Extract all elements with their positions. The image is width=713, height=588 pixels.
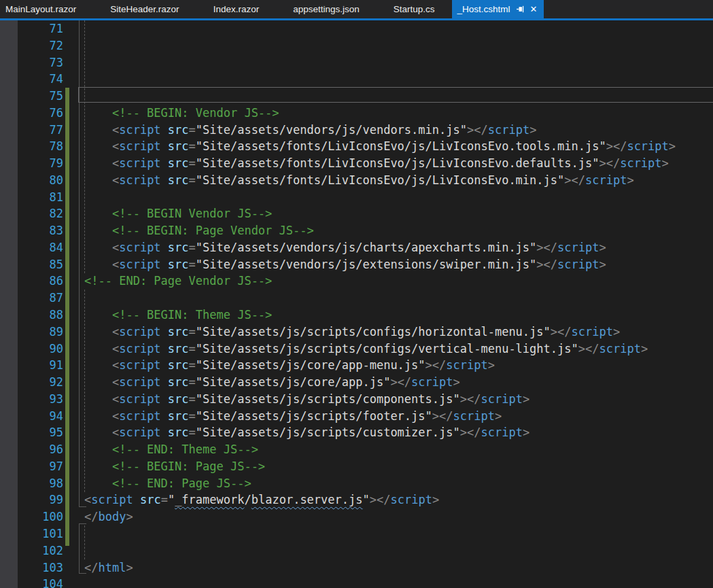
code-text: </html>: [84, 559, 133, 576]
tab-bar: MainLayout.razorSiteHeader.razorIndex.ra…: [0, 0, 713, 20]
code-text: <!-- BEGIN: Vendor JS-->: [84, 105, 279, 122]
code-line[interactable]: 101: [0, 525, 713, 542]
close-icon[interactable]: ✕: [530, 5, 538, 14]
code-line[interactable]: 104: [0, 576, 713, 588]
code-line[interactable]: 91 <script src="Site/assets/js/core/app-…: [0, 357, 713, 374]
code-rows: 717273747576 <!-- BEGIN: Vendor JS-->77 …: [0, 20, 713, 588]
line-number[interactable]: 92: [18, 374, 63, 391]
code-line[interactable]: 77 <script src="Site/assets/vendors/js/v…: [0, 122, 713, 139]
line-number[interactable]: 95: [18, 424, 63, 441]
code-line[interactable]: 78 <script src="Site/assets/fonts/LivIco…: [0, 138, 713, 155]
code-text: <!-- END: Page Vendor JS-->: [84, 273, 272, 290]
line-number[interactable]: 71: [18, 20, 63, 37]
code-line[interactable]: 80 <script src="Site/assets/fonts/LivIco…: [0, 172, 713, 189]
code-text: <script src="Site/assets/fonts/LivIconsE…: [84, 155, 669, 172]
code-line[interactable]: 93 <script src="Site/assets/js/scripts/c…: [0, 391, 713, 408]
code-line[interactable]: 75: [0, 88, 713, 105]
code-line[interactable]: 97 <!-- BEGIN: Page JS-->: [0, 458, 713, 475]
code-line[interactable]: 86<!-- END: Page Vendor JS-->: [0, 273, 713, 290]
tab-appsettings.json[interactable]: appsettings.json: [276, 0, 377, 18]
code-text: <!-- BEGIN: Page Vendor JS-->: [84, 222, 314, 239]
line-number[interactable]: 88: [18, 307, 63, 324]
code-line[interactable]: 96 <!-- END: Theme JS-->: [0, 441, 713, 458]
line-number[interactable]: 96: [18, 441, 63, 458]
code-text: <script src="Site/assets/vendors/js/vend…: [84, 122, 536, 139]
line-number[interactable]: 84: [18, 239, 63, 256]
line-number[interactable]: 83: [18, 222, 63, 239]
code-line[interactable]: 85 <script src="Site/assets/vendors/js/e…: [0, 256, 713, 273]
tab-Index.razor[interactable]: Index.razor: [196, 0, 277, 18]
line-number[interactable]: 97: [18, 458, 63, 475]
code-line[interactable]: 90 <script src="Site/assets/js/scripts/c…: [0, 341, 713, 358]
line-number[interactable]: 104: [18, 576, 63, 588]
code-text: <script src="Site/assets/fonts/LivIconsE…: [84, 172, 634, 189]
editor[interactable]: 717273747576 <!-- BEGIN: Vendor JS-->77 …: [0, 20, 713, 588]
code-line[interactable]: 100</body>: [0, 508, 713, 525]
code-line[interactable]: 84 <script src="Site/assets/vendors/js/c…: [0, 239, 713, 256]
code-text: <script src="_framework/blazor.server.js…: [84, 491, 439, 508]
tab-label: _Host.cshtml: [457, 4, 510, 14]
code-line[interactable]: 89 <script src="Site/assets/js/scripts/c…: [0, 324, 713, 341]
code-text: <script src="Site/assets/fonts/LivIconsE…: [84, 138, 676, 155]
line-number[interactable]: 80: [18, 172, 63, 189]
code-line[interactable]: 82 <!-- BEGIN Vendor JS-->: [0, 205, 713, 222]
code-line[interactable]: 73: [0, 54, 713, 71]
line-number[interactable]: 86: [18, 273, 63, 290]
code-text: <script src="Site/assets/vendors/js/exte…: [84, 256, 606, 273]
code-line[interactable]: 72: [0, 37, 713, 54]
code-line[interactable]: 76 <!-- BEGIN: Vendor JS-->: [0, 105, 713, 122]
code-line[interactable]: 92 <script src="Site/assets/js/core/app.…: [0, 374, 713, 391]
code-line[interactable]: 98 <!-- END: Page JS-->: [0, 475, 713, 492]
code-text: <!-- END: Page JS-->: [84, 475, 251, 492]
code-line[interactable]: 83 <!-- BEGIN: Page Vendor JS-->: [0, 222, 713, 239]
tab-_Host.cshtml[interactable]: _Host.cshtml✕: [452, 0, 544, 18]
code-text: <!-- END: Theme JS-->: [84, 441, 258, 458]
code-line[interactable]: 74: [0, 71, 713, 88]
code-line[interactable]: 95 <script src="Site/assets/js/scripts/c…: [0, 424, 713, 441]
line-number[interactable]: 77: [18, 122, 63, 139]
line-number[interactable]: 89: [18, 324, 63, 341]
code-line[interactable]: 99<script src="_framework/blazor.server.…: [0, 491, 713, 508]
line-number[interactable]: 102: [18, 542, 63, 559]
line-number[interactable]: 87: [18, 290, 63, 307]
line-number[interactable]: 93: [18, 391, 63, 408]
line-number[interactable]: 91: [18, 357, 63, 374]
code-line[interactable]: 102: [0, 542, 713, 559]
line-number[interactable]: 99: [18, 491, 63, 508]
tab-label: Index.razor: [213, 4, 260, 14]
code-text: <script src="Site/assets/js/scripts/conf…: [84, 341, 648, 358]
code-line[interactable]: 81: [0, 189, 713, 206]
code-text: <script src="Site/assets/vendors/js/char…: [84, 239, 606, 256]
line-number[interactable]: 82: [18, 205, 63, 222]
line-number[interactable]: 101: [18, 525, 63, 542]
code-line[interactable]: 94 <script src="Site/assets/js/scripts/f…: [0, 408, 713, 425]
pin-icon[interactable]: [516, 5, 525, 14]
line-number[interactable]: 79: [18, 155, 63, 172]
tab-label: MainLayout.razor: [5, 4, 76, 14]
code-text: <script src="Site/assets/js/scripts/conf…: [84, 324, 620, 341]
line-number[interactable]: 98: [18, 475, 63, 492]
code-line[interactable]: 79 <script src="Site/assets/fonts/LivIco…: [0, 155, 713, 172]
line-number[interactable]: 94: [18, 408, 63, 425]
tab-Startup.cs[interactable]: Startup.cs: [377, 0, 452, 18]
line-number[interactable]: 72: [18, 37, 63, 54]
line-number[interactable]: 81: [18, 189, 63, 206]
line-number[interactable]: 78: [18, 138, 63, 155]
code-line[interactable]: 87: [0, 290, 713, 307]
code-line[interactable]: 103</html>: [0, 559, 713, 576]
line-number[interactable]: 85: [18, 256, 63, 273]
line-number[interactable]: 90: [18, 341, 63, 358]
code-text: <script src="Site/assets/js/core/app-men…: [84, 357, 495, 374]
line-number[interactable]: 74: [18, 71, 63, 88]
line-number[interactable]: 76: [18, 105, 63, 122]
line-number[interactable]: 100: [18, 508, 63, 525]
line-number[interactable]: 103: [18, 559, 63, 576]
code-text: <script src="Site/assets/js/scripts/foot…: [84, 408, 502, 425]
code-line[interactable]: 71: [0, 20, 713, 37]
line-number[interactable]: 73: [18, 54, 63, 71]
tab-SiteHeader.razor[interactable]: SiteHeader.razor: [93, 0, 196, 18]
code-text: <script src="Site/assets/js/scripts/comp…: [84, 391, 529, 408]
tab-MainLayout.razor[interactable]: MainLayout.razor: [0, 0, 93, 18]
code-line[interactable]: 88 <!-- BEGIN: Theme JS-->: [0, 307, 713, 324]
line-number[interactable]: 75: [18, 88, 63, 105]
